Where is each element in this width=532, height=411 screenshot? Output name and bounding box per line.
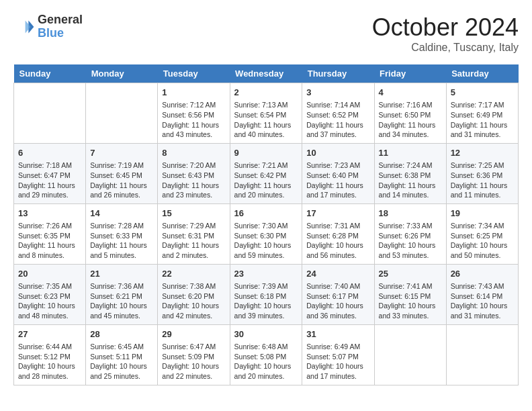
day-info: Sunrise: 7:21 AM Sunset: 6:42 PM Dayligh… [234,161,298,200]
calendar-cell [14,83,86,144]
calendar-cell: 13Sunrise: 7:26 AM Sunset: 6:35 PM Dayli… [14,203,86,264]
calendar-cell: 28Sunrise: 6:45 AM Sunset: 5:11 PM Dayli… [86,324,158,385]
day-info: Sunrise: 7:34 AM Sunset: 6:25 PM Dayligh… [451,221,514,261]
calendar-week-row: 1Sunrise: 7:12 AM Sunset: 6:56 PM Daylig… [14,83,519,144]
day-header-sunday: Sunday [14,64,86,83]
calendar-cell: 22Sunrise: 7:38 AM Sunset: 6:20 PM Dayli… [158,264,230,324]
calendar-table: SundayMondayTuesdayWednesdayThursdayFrid… [13,64,519,385]
day-number: 6 [18,147,81,159]
calendar-cell: 5Sunrise: 7:17 AM Sunset: 6:49 PM Daylig… [446,83,518,144]
day-number: 9 [234,147,298,159]
day-info: Sunrise: 7:25 AM Sunset: 6:36 PM Dayligh… [451,161,514,200]
day-header-tuesday: Tuesday [158,64,230,83]
day-number: 26 [451,268,514,280]
calendar-cell: 27Sunrise: 6:44 AM Sunset: 5:12 PM Dayli… [14,324,86,385]
day-number: 27 [18,328,81,340]
day-info: Sunrise: 6:45 AM Sunset: 5:11 PM Dayligh… [90,342,153,381]
day-number: 3 [306,87,369,99]
day-header-monday: Monday [86,64,158,83]
day-info: Sunrise: 7:18 AM Sunset: 6:47 PM Dayligh… [18,161,81,200]
calendar-cell: 15Sunrise: 7:29 AM Sunset: 6:31 PM Dayli… [158,203,230,264]
day-number: 16 [234,208,298,220]
day-info: Sunrise: 7:20 AM Sunset: 6:43 PM Dayligh… [162,161,225,200]
logo-icon [13,16,35,38]
calendar-cell: 1Sunrise: 7:12 AM Sunset: 6:56 PM Daylig… [158,83,230,144]
day-number: 13 [18,208,81,220]
calendar-header-row: SundayMondayTuesdayWednesdayThursdayFrid… [14,64,519,83]
day-info: Sunrise: 7:35 AM Sunset: 6:23 PM Dayligh… [18,281,81,321]
calendar-cell: 6Sunrise: 7:18 AM Sunset: 6:47 PM Daylig… [14,143,86,203]
calendar-cell: 4Sunrise: 7:16 AM Sunset: 6:50 PM Daylig… [374,83,446,144]
day-info: Sunrise: 7:13 AM Sunset: 6:54 PM Dayligh… [234,100,298,140]
day-number: 19 [451,208,514,220]
day-info: Sunrise: 7:38 AM Sunset: 6:20 PM Dayligh… [162,281,225,321]
day-number: 11 [379,147,442,159]
day-number: 29 [162,328,225,340]
calendar-cell: 17Sunrise: 7:31 AM Sunset: 6:28 PM Dayli… [302,203,374,264]
calendar-cell: 12Sunrise: 7:25 AM Sunset: 6:36 PM Dayli… [446,143,518,203]
calendar-cell: 14Sunrise: 7:28 AM Sunset: 6:33 PM Dayli… [86,203,158,264]
day-info: Sunrise: 7:26 AM Sunset: 6:35 PM Dayligh… [18,221,81,261]
day-number: 8 [162,147,225,159]
calendar-cell: 26Sunrise: 7:43 AM Sunset: 6:14 PM Dayli… [446,264,518,324]
day-header-wednesday: Wednesday [230,64,302,83]
day-info: Sunrise: 7:17 AM Sunset: 6:49 PM Dayligh… [451,100,514,140]
calendar-cell [446,324,518,385]
day-info: Sunrise: 7:16 AM Sunset: 6:50 PM Dayligh… [379,100,442,140]
calendar-cell: 7Sunrise: 7:19 AM Sunset: 6:45 PM Daylig… [86,143,158,203]
calendar-week-row: 20Sunrise: 7:35 AM Sunset: 6:23 PM Dayli… [14,264,519,324]
day-header-thursday: Thursday [302,64,374,83]
day-info: Sunrise: 7:28 AM Sunset: 6:33 PM Dayligh… [90,221,153,261]
calendar-week-row: 27Sunrise: 6:44 AM Sunset: 5:12 PM Dayli… [14,324,519,385]
day-info: Sunrise: 7:43 AM Sunset: 6:14 PM Dayligh… [451,281,514,321]
day-info: Sunrise: 7:41 AM Sunset: 6:15 PM Dayligh… [379,281,442,321]
day-number: 24 [306,268,369,280]
calendar-cell: 23Sunrise: 7:39 AM Sunset: 6:18 PM Dayli… [230,264,302,324]
day-info: Sunrise: 7:36 AM Sunset: 6:21 PM Dayligh… [90,281,153,321]
day-info: Sunrise: 7:23 AM Sunset: 6:40 PM Dayligh… [306,161,369,200]
day-info: Sunrise: 6:44 AM Sunset: 5:12 PM Dayligh… [18,342,81,381]
day-number: 31 [306,328,369,340]
month-title: October 2024 [372,13,519,42]
day-info: Sunrise: 6:49 AM Sunset: 5:07 PM Dayligh… [306,342,369,381]
calendar-cell [86,83,158,144]
day-number: 21 [90,268,153,280]
day-header-friday: Friday [374,64,446,83]
calendar-cell: 8Sunrise: 7:20 AM Sunset: 6:43 PM Daylig… [158,143,230,203]
day-number: 25 [379,268,442,280]
day-info: Sunrise: 7:30 AM Sunset: 6:30 PM Dayligh… [234,221,298,261]
day-number: 12 [451,147,514,159]
day-number: 2 [234,87,298,99]
calendar-cell: 3Sunrise: 7:14 AM Sunset: 6:52 PM Daylig… [302,83,374,144]
day-info: Sunrise: 7:29 AM Sunset: 6:31 PM Dayligh… [162,221,225,261]
day-header-saturday: Saturday [446,64,518,83]
day-info: Sunrise: 7:40 AM Sunset: 6:17 PM Dayligh… [306,281,369,321]
calendar-body: 1Sunrise: 7:12 AM Sunset: 6:56 PM Daylig… [14,83,519,385]
calendar-cell: 16Sunrise: 7:30 AM Sunset: 6:30 PM Dayli… [230,203,302,264]
calendar-cell: 29Sunrise: 6:47 AM Sunset: 5:09 PM Dayli… [158,324,230,385]
page-header: GeneralBlue October 2024 Caldine, Tuscan… [13,13,519,54]
title-block: October 2024 Caldine, Tuscany, Italy [372,13,519,54]
day-info: Sunrise: 7:39 AM Sunset: 6:18 PM Dayligh… [234,281,298,321]
day-number: 5 [451,87,514,99]
day-number: 15 [162,208,225,220]
day-number: 20 [18,268,81,280]
calendar-cell: 31Sunrise: 6:49 AM Sunset: 5:07 PM Dayli… [302,324,374,385]
day-number: 10 [306,147,369,159]
calendar-cell: 25Sunrise: 7:41 AM Sunset: 6:15 PM Dayli… [374,264,446,324]
calendar-week-row: 6Sunrise: 7:18 AM Sunset: 6:47 PM Daylig… [14,143,519,203]
day-info: Sunrise: 7:14 AM Sunset: 6:52 PM Dayligh… [306,100,369,140]
day-number: 1 [162,87,225,99]
calendar-cell: 18Sunrise: 7:33 AM Sunset: 6:26 PM Dayli… [374,203,446,264]
calendar-cell: 19Sunrise: 7:34 AM Sunset: 6:25 PM Dayli… [446,203,518,264]
calendar-cell: 21Sunrise: 7:36 AM Sunset: 6:21 PM Dayli… [86,264,158,324]
calendar-week-row: 13Sunrise: 7:26 AM Sunset: 6:35 PM Dayli… [14,203,519,264]
calendar-cell [374,324,446,385]
day-number: 23 [234,268,298,280]
logo: GeneralBlue [13,13,83,40]
day-info: Sunrise: 7:33 AM Sunset: 6:26 PM Dayligh… [379,221,442,261]
day-info: Sunrise: 6:47 AM Sunset: 5:09 PM Dayligh… [162,342,225,381]
day-number: 18 [379,208,442,220]
calendar-cell: 10Sunrise: 7:23 AM Sunset: 6:40 PM Dayli… [302,143,374,203]
day-info: Sunrise: 7:31 AM Sunset: 6:28 PM Dayligh… [306,221,369,261]
